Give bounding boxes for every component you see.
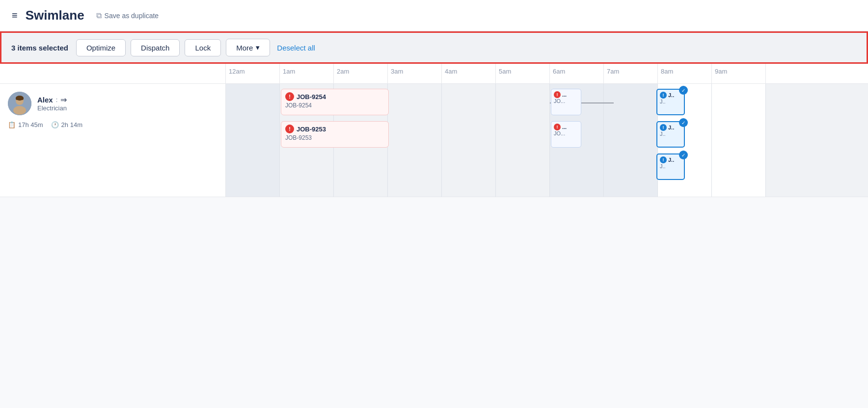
timeline-grid-9 bbox=[712, 84, 766, 197]
time-cols: 12am 1am 2am 3am 4am 5am 6am 7am 8am 9am bbox=[226, 64, 868, 83]
resource-role: Electrician bbox=[37, 104, 67, 112]
time-6am: 6am bbox=[550, 64, 604, 83]
mini-job-2-sub: JO... bbox=[554, 130, 578, 136]
selected-job-1[interactable]: ✓ ! J.. J.. bbox=[656, 89, 685, 115]
more-label: More bbox=[236, 44, 253, 52]
resource-column: Alex : ⇒ Electrician 📋 17h 45m 🕐 2h 14m bbox=[0, 84, 226, 197]
selected-count-label: 3 items selected bbox=[11, 44, 68, 52]
timeline-grid-3 bbox=[388, 84, 442, 197]
menu-icon[interactable]: ≡ bbox=[12, 10, 18, 21]
timeline-area: ! JOB-9254 JOB-9254 ! JOB-9253 JOB-9253 … bbox=[226, 84, 868, 197]
alert-icon-mini-2: ! bbox=[554, 124, 561, 130]
save-duplicate-button[interactable]: ⧉ Save as duplicate bbox=[92, 9, 163, 22]
header: ≡ Swimlane ⧉ Save as duplicate bbox=[0, 0, 868, 31]
info-icon-sel-1: ! bbox=[660, 92, 667, 99]
svg-rect-4 bbox=[16, 97, 24, 100]
selected-check-2: ✓ bbox=[679, 118, 688, 127]
time-8am: 8am bbox=[658, 64, 712, 83]
alert-icon-mini-1: ! bbox=[554, 91, 561, 98]
mini-job-2-title: ! ... bbox=[554, 124, 578, 130]
clock-icon: 🕐 bbox=[51, 121, 59, 128]
selected-job-3-title: ! J.. bbox=[660, 156, 681, 163]
save-duplicate-label: Save as duplicate bbox=[105, 12, 159, 20]
mini-job-1[interactable]: ! ... JO... bbox=[551, 89, 581, 115]
selected-job-1-text: J.. bbox=[668, 92, 674, 98]
timeline-grid-0 bbox=[226, 84, 280, 197]
job-card-9254[interactable]: ! JOB-9254 JOB-9254 bbox=[281, 89, 389, 115]
clock-stat: 🕐 2h 14m bbox=[51, 121, 82, 128]
job-card-9253-sub: JOB-9253 bbox=[285, 134, 384, 141]
selected-check-3: ✓ bbox=[679, 151, 688, 159]
dispatch-button[interactable]: Dispatch bbox=[131, 39, 180, 56]
selected-job-2-sub: J.. bbox=[660, 131, 681, 137]
job-card-9254-title: ! JOB-9254 bbox=[285, 92, 384, 101]
time-1am: 1am bbox=[280, 64, 334, 83]
job-card-9253-title-text: JOB-9253 bbox=[297, 126, 326, 133]
dispatch-arrow-icon: ⇒ bbox=[60, 95, 67, 104]
alert-icon-9254: ! bbox=[285, 92, 294, 101]
chevron-down-icon: ▾ bbox=[256, 43, 260, 52]
info-icon-sel-3: ! bbox=[660, 156, 667, 163]
time-9am: 9am bbox=[712, 64, 766, 83]
resource-name-separator: : bbox=[56, 96, 58, 103]
mini-job-1-title: ! ... bbox=[554, 91, 578, 98]
job-card-9254-title-text: JOB-9254 bbox=[297, 93, 326, 101]
resource-name-row: Alex : ⇒ bbox=[37, 95, 67, 104]
time-4am: 4am bbox=[442, 64, 496, 83]
resource-name-area: Alex : ⇒ Electrician bbox=[37, 95, 67, 112]
selected-job-3[interactable]: ✓ ! J.. J.. bbox=[656, 153, 685, 180]
more-button[interactable]: More ▾ bbox=[226, 39, 270, 56]
calendar-stat: 📋 17h 45m bbox=[8, 121, 43, 128]
svg-point-2 bbox=[13, 106, 26, 115]
resource-stats: 📋 17h 45m 🕐 2h 14m bbox=[8, 121, 217, 128]
time-7am: 7am bbox=[604, 64, 658, 83]
mini-job-1-sub: JO... bbox=[554, 98, 578, 104]
timeline-grid-4 bbox=[442, 84, 496, 197]
page-title: Swimlane bbox=[26, 8, 84, 23]
resource-info: Alex : ⇒ Electrician bbox=[8, 92, 217, 115]
mini-job-2-dots: ... bbox=[562, 124, 567, 130]
deselect-all-button[interactable]: Deselect all bbox=[275, 40, 317, 56]
mini-job-2[interactable]: ! ... JO... bbox=[551, 121, 581, 148]
selected-job-3-text: J.. bbox=[668, 157, 674, 163]
selected-job-2-title: ! J.. bbox=[660, 124, 681, 131]
time-12am: 12am bbox=[226, 64, 280, 83]
optimize-button[interactable]: Optimize bbox=[76, 39, 126, 56]
job-card-9254-sub: JOB-9254 bbox=[285, 102, 384, 109]
resource-col-header bbox=[0, 64, 226, 83]
lock-button[interactable]: Lock bbox=[185, 39, 221, 56]
selected-job-3-sub: J.. bbox=[660, 163, 681, 169]
swimlane-container: 12am 1am 2am 3am 4am 5am 6am 7am 8am 9am bbox=[0, 64, 868, 197]
info-icon-sel-2: ! bbox=[660, 124, 667, 131]
job-card-9253[interactable]: ! JOB-9253 JOB-9253 bbox=[281, 121, 389, 148]
calendar-icon: 📋 bbox=[8, 121, 16, 128]
selection-toolbar: 3 items selected Optimize Dispatch Lock … bbox=[0, 31, 868, 64]
selected-job-1-sub: J.. bbox=[660, 99, 681, 104]
selected-check-1: ✓ bbox=[679, 86, 688, 95]
time-header-row: 12am 1am 2am 3am 4am 5am 6am 7am 8am 9am bbox=[0, 64, 868, 84]
time-2am: 2am bbox=[334, 64, 388, 83]
clock-stat-value: 2h 14m bbox=[61, 121, 82, 128]
time-5am: 5am bbox=[496, 64, 550, 83]
job-card-9253-title: ! JOB-9253 bbox=[285, 125, 384, 133]
avatar bbox=[8, 92, 31, 115]
alert-icon-9253: ! bbox=[285, 125, 294, 133]
time-3am: 3am bbox=[388, 64, 442, 83]
timeline-grid-7 bbox=[604, 84, 658, 197]
timeline-grid-5 bbox=[496, 84, 550, 197]
selected-job-2[interactable]: ✓ ! J.. J.. bbox=[656, 121, 685, 148]
swimlane-row-alex: Alex : ⇒ Electrician 📋 17h 45m 🕐 2h 14m bbox=[0, 84, 868, 197]
resource-name: Alex bbox=[37, 96, 53, 104]
selected-job-1-title: ! J.. bbox=[660, 92, 681, 99]
selected-job-2-text: J.. bbox=[668, 125, 674, 130]
duplicate-icon: ⧉ bbox=[96, 11, 102, 20]
mini-job-1-dots: ... bbox=[562, 92, 567, 98]
calendar-stat-value: 17h 45m bbox=[18, 121, 43, 128]
